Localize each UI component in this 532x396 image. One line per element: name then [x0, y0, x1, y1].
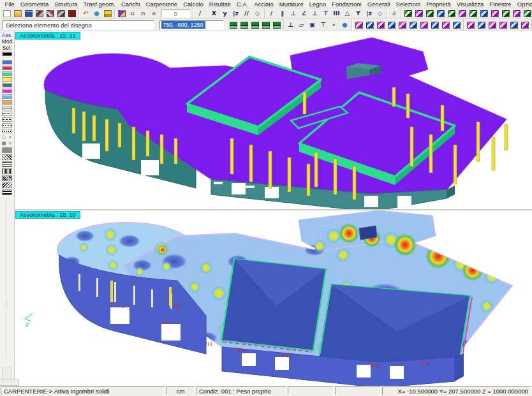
link-icon[interactable]: ∂: [389, 9, 399, 18]
menu-fondazioni[interactable]: Fondazioni: [329, 1, 364, 8]
menu-calcolo[interactable]: Calcolo: [181, 1, 207, 8]
snap-perpendicular-icon[interactable]: ⊥: [288, 9, 299, 18]
snap-angle-icon[interactable]: ∠: [299, 9, 309, 18]
menu-c-a[interactable]: C.A.: [233, 1, 251, 8]
structure-tool-7-icon[interactable]: [468, 9, 478, 18]
sidebar-tab-ass[interactable]: Ass.: [2, 32, 13, 38]
z-constraint-icon[interactable]: |z: [231, 9, 241, 18]
free-constraint-icon[interactable]: ◇: [253, 9, 263, 18]
mesh-tool-9-icon[interactable]: [441, 20, 451, 29]
mesh-tool-8-icon[interactable]: [430, 20, 440, 29]
color-swatch-6[interactable]: [2, 89, 12, 93]
line-style-dash-long[interactable]: [2, 112, 12, 116]
structure-tool-10-icon[interactable]: [501, 9, 511, 18]
snap-midpoint-icon[interactable]: ⊥: [310, 9, 320, 18]
sun-marker-icon[interactable]: ☼: [8, 141, 13, 146]
select-tool-1-icon[interactable]: [466, 20, 476, 29]
u-button[interactable]: u: [128, 9, 138, 18]
mesh-tool-3-icon[interactable]: [376, 20, 386, 29]
solid-model-canvas[interactable]: [15, 31, 532, 209]
model-viewport-top[interactable]: Assonometria : 22, 21: [15, 31, 532, 210]
mesh-tool-4-icon[interactable]: [387, 20, 397, 29]
probe-icon[interactable]: ⊤: [318, 20, 329, 29]
color-swatch-7[interactable]: [2, 94, 12, 99]
menu-legno[interactable]: Legno: [306, 1, 329, 8]
mesh-tool-7-icon[interactable]: [419, 20, 429, 29]
fill-pattern-solid-gray[interactable]: [2, 147, 12, 153]
snap-y-icon[interactable]: Y: [353, 9, 364, 18]
line-style-dash-medium[interactable]: [2, 117, 12, 122]
menu-selezioni[interactable]: Selezioni: [393, 1, 424, 8]
fill-pattern-vertical[interactable]: [2, 168, 12, 174]
sketch-icon[interactable]: ▱: [297, 20, 307, 29]
draw-line-icon[interactable]: /: [195, 9, 205, 18]
mesh-tool-1-icon[interactable]: [354, 20, 364, 29]
open-folder-icon[interactable]: [13, 9, 23, 18]
menu-file[interactable]: File: [2, 1, 17, 8]
color-swatch-4[interactable]: [2, 77, 12, 82]
structure-tool-6-icon[interactable]: [457, 9, 468, 18]
view-tool-4-icon[interactable]: [261, 20, 271, 29]
select-tool-3-icon[interactable]: [487, 20, 498, 29]
materials-icon[interactable]: [67, 9, 77, 18]
y-constraint-icon[interactable]: y: [220, 9, 230, 18]
view-tool-5-icon[interactable]: [272, 20, 282, 29]
fill-pattern-cross-heavy[interactable]: [2, 161, 12, 167]
snap-extension-icon[interactable]: ⊤: [321, 9, 331, 18]
tag-icon[interactable]: [103, 9, 113, 18]
x-marker-icon[interactable]: ×: [8, 135, 13, 140]
mesh-tool-5-icon[interactable]: [397, 20, 408, 29]
structure-tool-1-icon[interactable]: [403, 9, 413, 18]
sidebar-tab-sel[interactable]: Sel.: [3, 45, 12, 51]
fill-pattern-checker[interactable]: [2, 189, 12, 195]
color-swatch-5[interactable]: [2, 83, 12, 87]
menu-visualizza[interactable]: Visualizza: [454, 1, 487, 8]
snap-parallel-icon[interactable]: ‖: [277, 9, 288, 18]
color-swatch-2[interactable]: [2, 66, 12, 70]
snap-poly-icon[interactable]: ◇: [375, 9, 385, 18]
node-dot-icon[interactable]: ●: [340, 20, 350, 29]
menu-finestre[interactable]: Finestre: [487, 1, 514, 8]
snap-triple-icon[interactable]: III: [332, 9, 342, 18]
snap-z-icon[interactable]: |z: [364, 9, 374, 18]
color-swatch-0[interactable]: [2, 52, 12, 56]
menu-murature[interactable]: Murature: [276, 1, 306, 8]
menu-propriet[interactable]: Proprietà: [424, 1, 454, 8]
archive-2-icon[interactable]: [45, 9, 55, 18]
select-tool-4-icon[interactable]: [498, 20, 508, 29]
mesh-tool-6-icon[interactable]: [408, 20, 418, 29]
prompt-field[interactable]: Seleziona elemento del disegno: [3, 20, 154, 30]
structure-tool-12-icon[interactable]: [522, 9, 532, 18]
line-style-dash-short[interactable]: [2, 123, 12, 128]
mesh-tool-2-icon[interactable]: [365, 20, 375, 29]
menu-risultati[interactable]: Risultati: [206, 1, 233, 8]
fill-pattern-diagonal-2[interactable]: [2, 182, 12, 188]
table-icon[interactable]: ▣: [307, 20, 318, 29]
snap-line-icon[interactable]: /: [267, 9, 277, 18]
save-icon[interactable]: [24, 9, 34, 18]
view-tool-3-icon[interactable]: [250, 20, 260, 29]
parallel-constraint-icon[interactable]: //: [242, 9, 252, 18]
view-tool-1-icon[interactable]: [228, 20, 239, 29]
fill-pattern-cross-dense[interactable]: [2, 175, 12, 181]
menu-geometria[interactable]: Geometria: [17, 1, 51, 8]
grid-marker-icon[interactable]: ▦: [1, 141, 6, 146]
sidebar-tab-mod[interactable]: Mod: [2, 38, 13, 45]
structure-tool-3-icon[interactable]: [425, 9, 435, 18]
render-sphere-icon[interactable]: ●: [92, 9, 102, 18]
undo-icon[interactable]: ↶: [81, 9, 91, 18]
color-swatch-8[interactable]: [2, 100, 12, 105]
axis-origin-icon[interactable]: ⊥: [286, 20, 296, 29]
select-tool-6-icon[interactable]: [520, 20, 530, 29]
archive-1-icon[interactable]: [34, 9, 45, 18]
line-style-solid[interactable]: [2, 106, 12, 110]
x-constraint-icon[interactable]: X: [209, 9, 219, 18]
menu-carpenterie[interactable]: Carpenterie: [143, 1, 181, 8]
step-field[interactable]: 0: [161, 10, 190, 18]
structure-tool-11-icon[interactable]: [512, 9, 522, 18]
n-button[interactable]: n: [138, 9, 149, 18]
color-swatch-1[interactable]: [2, 60, 12, 64]
menu-trasf-geom[interactable]: Trasf.geom.: [80, 1, 118, 8]
structure-tool-8-icon[interactable]: [479, 9, 489, 18]
structure-tool-4-icon[interactable]: [436, 9, 446, 18]
